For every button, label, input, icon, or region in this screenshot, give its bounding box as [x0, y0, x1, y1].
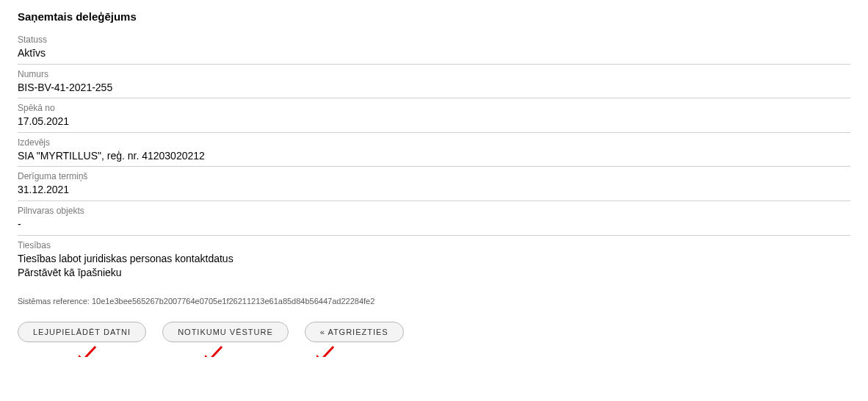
- system-reference-label: Sistēmas reference:: [18, 297, 90, 306]
- system-reference-value: 10e1e3bee565267b2007764e0705e1f26211213e…: [92, 297, 375, 306]
- field-term-value: 31.12.2021: [18, 183, 850, 198]
- field-number: Numurs BIS-BV-41-2021-255: [18, 65, 850, 99]
- button-bar: Lejupielādēt datni Notikumu vēsture « At…: [18, 316, 850, 342]
- field-term: Derīguma termiņš 31.12.2021: [18, 167, 850, 201]
- system-reference: Sistēmas reference: 10e1e3bee565267b2007…: [18, 283, 850, 316]
- svg-line-1: [203, 347, 222, 357]
- rights-line-2: Pārstāvēt kā īpašnieku: [18, 266, 850, 281]
- field-issuer-value: SIA "MYRTILLUS", reģ. nr. 41203020212: [18, 149, 850, 164]
- field-rights: Tiesības Tiesības labot juridiskas perso…: [18, 236, 850, 283]
- field-object-value: -: [18, 217, 850, 232]
- page-title: Saņemtais deleģējums: [18, 7, 850, 30]
- field-status: Statuss Aktīvs: [18, 30, 850, 65]
- field-valid-from-label: Spēkā no: [18, 103, 850, 115]
- field-number-value: BIS-BV-41-2021-255: [18, 81, 850, 95]
- field-term-label: Derīguma termiņš: [18, 171, 850, 183]
- field-object-label: Pilnvaras objekts: [18, 206, 850, 217]
- field-valid-from-value: 17.05.2021: [18, 115, 850, 129]
- annotation-arrow-icon: [308, 345, 338, 357]
- annotation-arrow-icon: [70, 345, 100, 357]
- field-valid-from: Spēkā no 17.05.2021: [18, 98, 850, 133]
- field-object: Pilnvaras objekts -: [18, 201, 850, 236]
- svg-line-0: [76, 347, 95, 357]
- download-file-button[interactable]: Lejupielādēt datni: [18, 322, 146, 342]
- field-issuer-label: Izdevējs: [18, 137, 850, 149]
- field-rights-label: Tiesības: [18, 240, 850, 252]
- event-history-button[interactable]: Notikumu vēsture: [162, 322, 289, 342]
- field-issuer: Izdevējs SIA "MYRTILLUS", reģ. nr. 41203…: [18, 133, 850, 167]
- field-status-label: Statuss: [18, 35, 850, 46]
- field-number-label: Numurs: [18, 69, 850, 81]
- rights-line-1: Tiesības labot juridiskas personas konta…: [18, 252, 850, 267]
- field-rights-value: Tiesības labot juridiskas personas konta…: [18, 252, 850, 281]
- annotation-arrow-icon: [197, 345, 226, 357]
- svg-line-2: [314, 347, 333, 357]
- back-button[interactable]: « Atgriezties: [305, 322, 404, 342]
- field-status-value: Aktīvs: [18, 46, 850, 61]
